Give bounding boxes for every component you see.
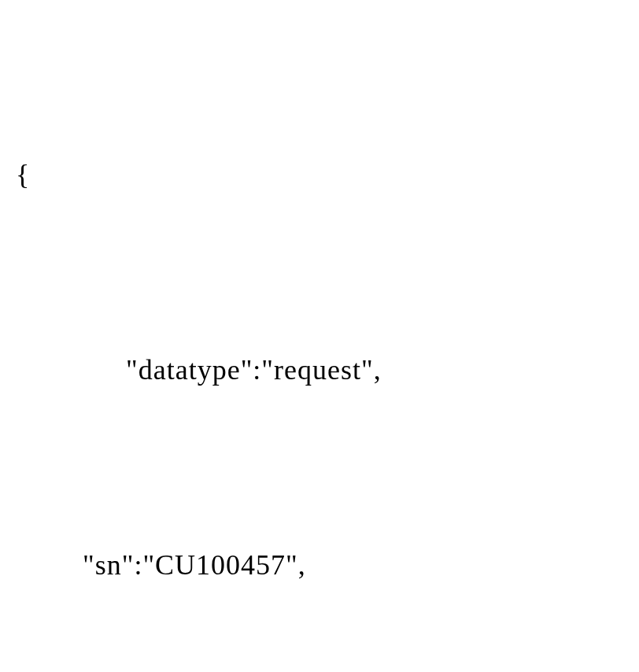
open-brace: { [16,142,623,208]
json-code-block: { "datatype":"request", "sn":"CU100457",… [16,12,623,672]
json-line-sn: "sn":"CU100457", [16,533,623,598]
json-line-datatype: "datatype":"request", [16,338,623,403]
